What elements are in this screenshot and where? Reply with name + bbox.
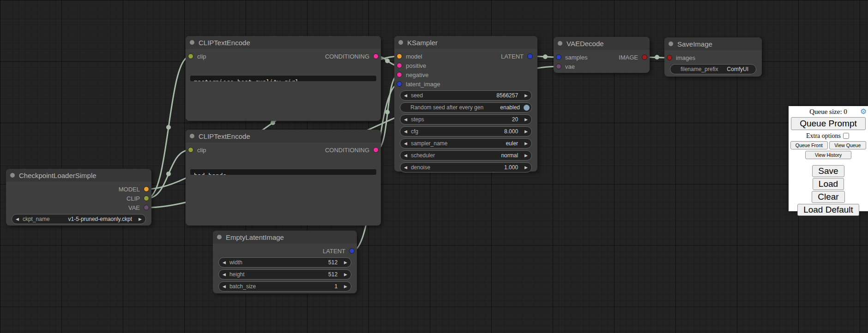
extra-options-checkbox[interactable]	[843, 133, 849, 139]
clear-button[interactable]: Clear	[812, 191, 844, 203]
node-clip-text-encode-positive[interactable]: CLIPTextEncode clip CONDITIONING masterp…	[186, 36, 381, 121]
output-conditioning: CONDITIONING	[325, 147, 379, 154]
collapse-dot-icon[interactable]	[558, 41, 562, 46]
batch-size-number-widget[interactable]: ◀ batch_size 1 ▶	[218, 281, 351, 291]
node-title-bar[interactable]: SaveImage	[664, 37, 762, 50]
node-checkpoint-loader[interactable]: CheckpointLoaderSimple MODEL CLIP VAE ◀ …	[6, 169, 151, 226]
node-body: MODEL CLIP VAE ◀ ckpt_name v1-5-pruned-e…	[6, 182, 151, 224]
denoise-number-widget[interactable]: ◀ denoise 1.000 ▶	[400, 162, 532, 172]
arrow-left-icon[interactable]: ◀	[219, 282, 229, 291]
view-queue-button[interactable]: View Queue	[829, 141, 867, 149]
node-title-bar[interactable]: VAEDecode	[554, 37, 650, 50]
arrow-right-icon[interactable]: ▶	[521, 139, 531, 148]
latent-output-port[interactable]	[349, 248, 355, 254]
scheduler-combo-widget[interactable]: ◀ scheduler normal ▶	[400, 150, 532, 161]
collapse-dot-icon[interactable]	[398, 40, 403, 45]
steps-number-widget[interactable]: ◀ steps 20 ▶	[400, 114, 532, 125]
arrow-right-icon[interactable]: ▶	[521, 91, 531, 100]
arrow-right-icon[interactable]: ▶	[521, 163, 531, 172]
arrow-left-icon[interactable]: ◀	[400, 151, 411, 160]
vae-input-port[interactable]	[556, 64, 561, 69]
arrow-left-icon[interactable]: ◀	[400, 91, 411, 100]
sampler-name-combo-widget[interactable]: ◀ sampler_name euler ▶	[400, 138, 532, 149]
positive-prompt-textarea[interactable]: masterpiece best quality girl	[190, 76, 376, 81]
wire-midpoint-dot	[166, 125, 171, 130]
node-title-bar[interactable]: CLIPTextEncode	[186, 36, 381, 49]
arrow-left-icon[interactable]: ◀	[400, 127, 411, 136]
arrow-right-icon[interactable]: ▶	[521, 151, 531, 160]
settings-gear-icon[interactable]: ⚙	[860, 107, 867, 116]
input-clip: clip	[188, 53, 206, 60]
arrow-right-icon[interactable]: ▶	[521, 115, 531, 124]
ckpt-name-combo-widget[interactable]: ◀ ckpt_name v1-5-pruned-emaonly.ckpt ▶	[12, 214, 146, 224]
collapse-dot-icon[interactable]	[190, 40, 194, 45]
node-ksampler[interactable]: KSampler LATENT model positive negative …	[394, 36, 537, 172]
arrow-left-icon[interactable]: ◀	[400, 115, 411, 124]
arrow-left-icon[interactable]: ◀	[219, 258, 229, 267]
output-clip: CLIP	[6, 194, 151, 203]
node-vae-decode[interactable]: VAEDecode samples IMAGE vae	[554, 37, 650, 73]
arrow-right-icon[interactable]: ▶	[521, 127, 531, 136]
arrow-left-icon[interactable]: ◀	[219, 270, 229, 279]
node-title-bar[interactable]: EmptyLatentImage	[213, 231, 357, 244]
wire-midpoint-dot	[166, 172, 171, 176]
node-save-image[interactable]: SaveImage images filename_prefix ComfyUI	[664, 37, 762, 77]
node-body: LATENT model positive negative latent_im…	[394, 49, 537, 172]
node-title-bar[interactable]: CLIPTextEncode	[186, 130, 381, 143]
toggle-on-icon[interactable]	[524, 105, 530, 111]
collapse-dot-icon[interactable]	[190, 134, 194, 138]
cfg-number-widget[interactable]: ◀ cfg 8.000 ▶	[400, 126, 532, 137]
arrow-left-icon[interactable]: ◀	[12, 214, 23, 224]
queue-front-button[interactable]: Queue Front	[790, 141, 828, 149]
comfyui-canvas[interactable]: { "colors": { "wire": "#a9bca9", "model_…	[0, 0, 868, 333]
conditioning-output-port[interactable]	[373, 147, 379, 153]
clip-input-port[interactable]	[188, 54, 193, 59]
arrow-right-icon[interactable]: ▶	[340, 258, 351, 267]
ckpt-name-value: v1-5-pruned-emaonly.ckpt	[68, 216, 135, 222]
collapse-dot-icon[interactable]	[217, 235, 222, 239]
load-button[interactable]: Load	[813, 178, 844, 190]
image-output-port[interactable]	[642, 54, 647, 60]
collapse-dot-icon[interactable]	[10, 173, 15, 178]
seed-number-widget[interactable]: ◀ seed 8566257 ▶	[400, 90, 532, 101]
clip-input-port[interactable]	[188, 147, 193, 153]
collapse-dot-icon[interactable]	[669, 42, 673, 46]
negative-prompt-textarea[interactable]: bad hands	[190, 169, 376, 175]
arrow-right-icon[interactable]: ▶	[340, 282, 351, 291]
node-empty-latent-image[interactable]: EmptyLatentImage LATENT ◀ width 512 ▶ ◀ …	[213, 231, 357, 293]
node-clip-text-encode-negative[interactable]: CLIPTextEncode clip CONDITIONING bad han…	[186, 130, 381, 226]
load-default-button[interactable]: Load Default	[797, 204, 859, 216]
model-output-port[interactable]	[144, 186, 149, 192]
arrow-right-icon[interactable]: ▶	[135, 214, 145, 224]
vae-output-port[interactable]	[144, 205, 149, 210]
node-title-bar[interactable]: CheckpointLoaderSimple	[6, 169, 151, 182]
arrow-right-icon[interactable]: ▶	[340, 270, 351, 279]
clip-output-port[interactable]	[144, 196, 149, 201]
port-row: clip CONDITIONING	[186, 52, 381, 61]
latent-image-input-port[interactable]	[397, 81, 402, 87]
arrow-left-icon[interactable]: ◀	[400, 139, 411, 148]
model-input-port[interactable]	[397, 54, 402, 59]
height-number-widget[interactable]: ◀ height 512 ▶	[218, 269, 351, 279]
node-body: samples IMAGE vae	[554, 50, 650, 71]
output-latent: LATENT	[501, 52, 535, 61]
random-seed-toggle-widget[interactable]: Random seed after every gen enabled	[400, 102, 532, 113]
input-vae: vae	[554, 62, 650, 71]
samples-input-port[interactable]	[556, 54, 561, 60]
input-samples: samples	[556, 54, 587, 61]
negative-input-port[interactable]	[397, 72, 402, 77]
view-history-button[interactable]: View History	[805, 151, 851, 159]
width-number-widget[interactable]: ◀ width 512 ▶	[218, 257, 351, 268]
save-button[interactable]: Save	[812, 165, 844, 177]
wire-midpoint-dot	[271, 120, 275, 125]
output-image: IMAGE	[619, 54, 647, 61]
steps-value: 20	[512, 116, 521, 123]
positive-input-port[interactable]	[397, 63, 402, 68]
conditioning-output-port[interactable]	[373, 54, 379, 59]
images-input-port[interactable]	[667, 55, 672, 60]
filename-prefix-text-widget[interactable]: filename_prefix ComfyUI	[670, 64, 756, 74]
arrow-left-icon[interactable]: ◀	[400, 163, 411, 172]
queue-prompt-button[interactable]: Queue Prompt	[791, 117, 866, 130]
latent-output-port[interactable]	[527, 54, 533, 59]
node-title-bar[interactable]: KSampler	[394, 36, 537, 49]
